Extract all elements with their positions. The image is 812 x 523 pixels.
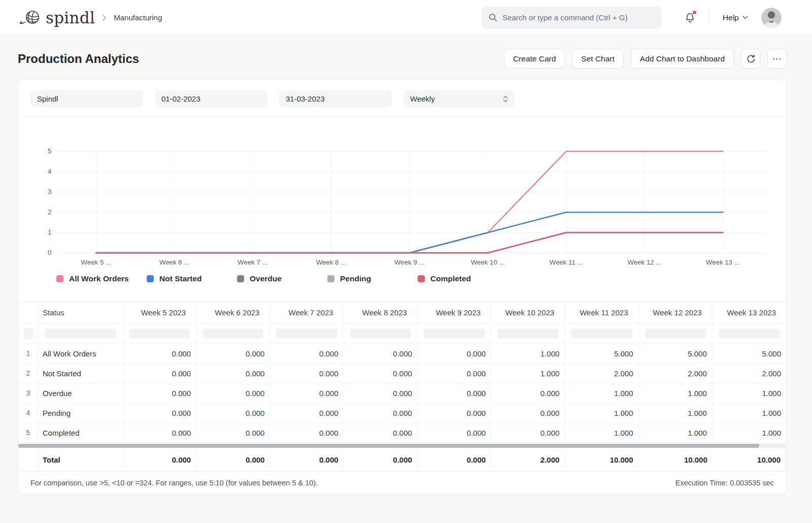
scrollbar-thumb[interactable] [18, 444, 759, 448]
column-filter-cell[interactable] [39, 323, 123, 344]
select-chevrons-icon [503, 95, 508, 103]
column-header: Week 9 2023 [418, 302, 491, 323]
add-chart-to-dashboard-button[interactable]: Add Chart to Dashboard [631, 49, 734, 69]
value-cell: 0.000 [196, 344, 270, 364]
value-cell: 5.000 [565, 344, 638, 364]
total-label: Total [39, 449, 123, 471]
column-filter-cell[interactable] [639, 323, 713, 344]
value-cell: 1.000 [565, 383, 638, 403]
row-number: 3 [18, 383, 39, 403]
value-cell: 0.000 [270, 364, 344, 383]
brand-name: spindl [46, 9, 95, 27]
chart-legend: All Work Orders Not Started Overdue Pend… [56, 274, 786, 283]
column-filter-cell[interactable] [491, 323, 565, 344]
brand-logo[interactable]: spindl [18, 9, 95, 27]
refresh-button[interactable] [741, 49, 760, 69]
total-value-cell: 0.000 [344, 449, 418, 471]
row-filter-cell[interactable] [18, 323, 39, 344]
filter-input-skeleton [497, 329, 558, 339]
x-axis-tick: Week 11 ... [550, 258, 583, 266]
help-menu[interactable]: Help [723, 13, 748, 22]
value-cell: 1.000 [713, 423, 786, 443]
value-cell: 0.000 [344, 403, 418, 423]
breadcrumb[interactable]: Manufacturing [114, 13, 162, 22]
column-filter-cell[interactable] [344, 323, 418, 344]
legend-label: Overdue [250, 274, 282, 283]
filter-bar: Weekly [18, 80, 786, 118]
value-cell: 0.000 [344, 364, 418, 383]
value-cell: 0.000 [344, 423, 418, 443]
legend-item-completed[interactable]: Completed [418, 274, 508, 283]
filter-input-skeleton [571, 329, 632, 339]
row-number: 4 [18, 403, 39, 423]
y-axis-tick: 0 [48, 249, 51, 257]
frequency-value: Weekly [410, 94, 435, 103]
breadcrumb-chevron-icon [102, 14, 107, 21]
legend-label: Completed [430, 274, 471, 283]
to-date-input[interactable] [279, 90, 392, 107]
status-cell: Pending [39, 403, 123, 423]
value-cell: 1.000 [491, 364, 565, 383]
y-axis-tick: 3 [48, 188, 51, 196]
filter-input-skeleton [24, 328, 33, 339]
row-number: 2 [18, 364, 39, 383]
value-cell: 0.000 [270, 383, 344, 403]
total-value-cell: 2.000 [491, 449, 565, 471]
value-cell: 0.000 [491, 423, 565, 443]
column-header: Week 7 2023 [270, 302, 344, 323]
value-cell: 1.000 [713, 383, 786, 403]
column-filter-cell[interactable] [196, 323, 270, 344]
company-filter-input[interactable] [30, 90, 143, 107]
search-bar[interactable] [482, 7, 662, 29]
set-chart-button[interactable]: Set Chart [572, 49, 623, 69]
value-cell: 0.000 [418, 423, 491, 443]
y-axis-tick: 2 [48, 209, 51, 216]
value-cell: 1.000 [565, 403, 638, 423]
total-value-cell: 10.000 [565, 449, 638, 471]
value-cell: 0.000 [491, 383, 565, 403]
column-filter-cell[interactable] [418, 323, 491, 344]
legend-item-overdue[interactable]: Overdue [237, 274, 327, 283]
value-cell: 1.000 [565, 423, 638, 443]
column-filter-cell[interactable] [713, 323, 786, 344]
value-cell: 0.000 [344, 344, 418, 364]
legend-item-not-started[interactable]: Not Started [147, 274, 237, 283]
column-header: Week 8 2023 [344, 302, 418, 323]
value-cell: 0.000 [123, 364, 196, 383]
results-table: StatusWeek 5 2023Week 6 2023Week 7 2023W… [18, 302, 786, 471]
search-input[interactable] [502, 13, 655, 22]
legend-item-pending[interactable]: Pending [327, 274, 418, 283]
total-value-cell: 10.000 [639, 449, 713, 471]
frequency-select[interactable]: Weekly [403, 90, 514, 107]
value-cell: 0.000 [418, 383, 491, 403]
create-card-button[interactable]: Create Card [504, 49, 565, 69]
legend-label: All Work Orders [69, 274, 129, 283]
column-filter-cell[interactable] [270, 323, 344, 344]
notifications-button[interactable] [684, 12, 696, 24]
more-options-button[interactable]: ⋯ [767, 49, 787, 69]
value-cell: 2.000 [639, 364, 713, 383]
horizontal-scrollbar [18, 443, 786, 449]
legend-marker [56, 275, 63, 282]
legend-marker [327, 275, 334, 282]
legend-marker [147, 275, 154, 282]
column-header: Week 6 2023 [196, 302, 270, 323]
value-cell: 0.000 [123, 344, 196, 364]
comparison-hint: For comparison, use >5, <10 or =324. For… [30, 479, 318, 487]
column-filter-cell[interactable] [565, 323, 638, 344]
total-value-cell: 0.000 [418, 449, 491, 471]
legend-item-all-work-orders[interactable]: All Work Orders [56, 274, 147, 283]
value-cell: 1.000 [713, 403, 786, 423]
search-icon [489, 13, 497, 22]
filter-input-skeleton [350, 329, 411, 339]
value-cell: 0.000 [270, 403, 344, 423]
value-cell: 0.000 [196, 403, 270, 423]
avatar[interactable] [761, 8, 782, 28]
total-row-corner [18, 449, 39, 471]
value-cell: 1.000 [639, 403, 713, 423]
refresh-icon [746, 54, 756, 63]
value-cell: 0.000 [491, 403, 565, 423]
column-filter-cell[interactable] [123, 323, 196, 344]
ellipsis-icon: ⋯ [772, 54, 782, 63]
from-date-input[interactable] [155, 90, 267, 107]
